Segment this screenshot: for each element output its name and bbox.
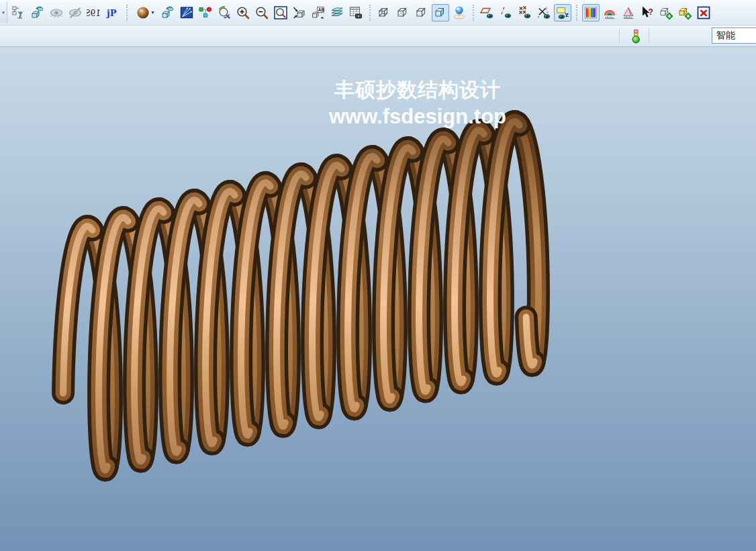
dropdown-arrow-icon[interactable]: ▾ (151, 10, 154, 15)
svg-text:AB: AB (318, 7, 325, 11)
svg-text:jP: jP (106, 8, 117, 18)
appearance-sphere-button[interactable]: ▾ (132, 4, 158, 21)
shade-model-button[interactable] (159, 4, 177, 21)
datum-axis-display-button[interactable] (498, 4, 515, 21)
refit-button[interactable] (272, 4, 289, 21)
toolbar-row1: ▾ 19SjP ▾ (0, 0, 756, 26)
layers-button[interactable] (328, 4, 346, 21)
copy-geometry-button[interactable] (657, 4, 675, 21)
regen-status-button[interactable] (627, 27, 645, 45)
separator (619, 28, 620, 43)
saved-views-button[interactable]: AB (310, 4, 327, 21)
view-manager-button[interactable] (347, 4, 365, 21)
toolbar-row2: 智能 (0, 26, 756, 47)
toolbar-overflow-handle[interactable]: ▾ (0, 2, 7, 23)
dimension-text-button[interactable]: 19S (85, 4, 103, 21)
analysis-dome-button[interactable] (601, 4, 618, 21)
feature-nodes-button[interactable] (197, 4, 214, 21)
appearance-gallery-button[interactable] (582, 4, 600, 21)
application-window: ▾ 19SjP ▾ (0, 0, 756, 551)
display-shaded-button[interactable] (432, 4, 449, 21)
svg-text:x: x (547, 10, 549, 14)
datum-csys-display-button[interactable]: y z x (535, 4, 553, 21)
display-wireframe-button[interactable] (375, 4, 393, 21)
svg-text:z: z (538, 15, 540, 19)
close-window-button[interactable] (695, 4, 712, 21)
reorient-view-button[interactable] (291, 4, 308, 21)
datum-plane-display-button[interactable] (479, 4, 496, 21)
toolbar-separator (126, 5, 128, 21)
svg-text:Z: Z (565, 11, 569, 17)
hide-button[interactable] (66, 4, 84, 21)
selection-filter-combobox[interactable]: 智能 (712, 28, 756, 44)
zoom-refresh-button[interactable] (216, 4, 233, 21)
separator (649, 28, 649, 43)
show-button[interactable] (48, 4, 65, 21)
display-no-hidden-button[interactable] (413, 4, 430, 21)
text-style-button[interactable]: jP (104, 4, 122, 21)
svg-text:19S: 19S (87, 8, 101, 17)
sketch-display-button[interactable] (178, 4, 195, 21)
toolbar-separator (369, 5, 371, 21)
toolbar-separator (473, 5, 474, 21)
context-help-button[interactable]: ? (639, 4, 656, 21)
model-tree-button[interactable] (10, 4, 28, 21)
svg-text:y: y (546, 5, 548, 9)
annotation-display-button[interactable]: Z (554, 4, 571, 21)
zoom-out-button[interactable] (253, 4, 271, 21)
zoom-in-button[interactable] (234, 4, 252, 21)
analysis-prism-button[interactable] (620, 4, 637, 21)
spring-model[interactable] (0, 47, 756, 551)
svg-text:?: ? (649, 7, 653, 16)
regenerate-button[interactable] (29, 4, 46, 21)
display-hidden-line-button[interactable] (394, 4, 412, 21)
toolbar-separator (576, 5, 577, 21)
publish-geometry-button[interactable] (676, 4, 694, 21)
datum-point-display-button[interactable] (516, 4, 534, 21)
spin-center-button[interactable] (451, 4, 468, 21)
3d-viewport[interactable]: 丰硕抄数结构设计 www.fsdesign.top (0, 47, 756, 551)
